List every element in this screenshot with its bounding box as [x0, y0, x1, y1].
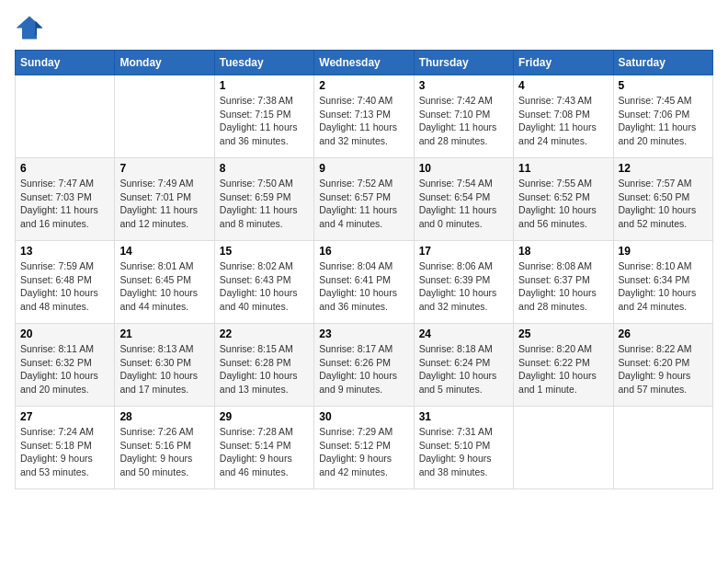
day-number: 13 — [20, 245, 109, 258]
day-content: Sunrise: 7:40 AM Sunset: 7:13 PM Dayligh… — [319, 94, 408, 148]
day-content: Sunrise: 7:38 AM Sunset: 7:15 PM Dayligh… — [220, 94, 309, 148]
calendar-cell: 9Sunrise: 7:52 AM Sunset: 6:57 PM Daylig… — [314, 158, 414, 241]
calendar-cell: 19Sunrise: 8:10 AM Sunset: 6:34 PM Dayli… — [613, 241, 712, 324]
day-content: Sunrise: 7:57 AM Sunset: 6:50 PM Dayligh… — [619, 177, 708, 231]
day-content: Sunrise: 8:20 AM Sunset: 6:22 PM Dayligh… — [518, 342, 608, 396]
day-content: Sunrise: 8:08 AM Sunset: 6:37 PM Dayligh… — [518, 259, 608, 314]
days-header-row: SundayMondayTuesdayWednesdayThursdayFrid… — [16, 51, 713, 75]
day-content: Sunrise: 8:01 AM Sunset: 6:45 PM Dayligh… — [119, 259, 209, 314]
day-content: Sunrise: 8:06 AM Sunset: 6:39 PM Dayligh… — [419, 259, 508, 314]
day-content: Sunrise: 7:24 AM Sunset: 5:18 PM Dayligh… — [20, 425, 109, 479]
day-number: 5 — [619, 79, 708, 92]
day-number: 19 — [619, 245, 708, 258]
day-header-saturday: Saturday — [613, 51, 712, 75]
day-content: Sunrise: 8:18 AM Sunset: 6:24 PM Dayligh… — [419, 342, 508, 396]
calendar-week-3: 13Sunrise: 7:59 AM Sunset: 6:48 PM Dayli… — [16, 241, 713, 324]
calendar-week-5: 27Sunrise: 7:24 AM Sunset: 5:18 PM Dayli… — [16, 407, 713, 489]
day-content: Sunrise: 8:11 AM Sunset: 6:32 PM Dayligh… — [20, 342, 109, 396]
calendar-cell: 14Sunrise: 8:01 AM Sunset: 6:45 PM Dayli… — [115, 241, 214, 324]
day-content: Sunrise: 8:22 AM Sunset: 6:20 PM Dayligh… — [619, 342, 708, 396]
day-content: Sunrise: 7:28 AM Sunset: 5:14 PM Dayligh… — [220, 425, 309, 479]
calendar-cell: 31Sunrise: 7:31 AM Sunset: 5:10 PM Dayli… — [414, 407, 513, 489]
calendar-cell: 22Sunrise: 8:15 AM Sunset: 6:28 PM Dayli… — [214, 324, 313, 407]
day-number: 24 — [419, 327, 508, 340]
day-number: 2 — [319, 79, 408, 92]
day-content: Sunrise: 7:50 AM Sunset: 6:59 PM Dayligh… — [220, 177, 309, 231]
day-number: 15 — [220, 245, 309, 258]
day-content: Sunrise: 8:04 AM Sunset: 6:41 PM Dayligh… — [319, 259, 408, 314]
day-content: Sunrise: 7:55 AM Sunset: 6:52 PM Dayligh… — [518, 177, 608, 231]
logo — [15, 15, 46, 40]
calendar-cell: 7Sunrise: 7:49 AM Sunset: 7:01 PM Daylig… — [115, 158, 214, 241]
day-number: 14 — [119, 245, 209, 258]
calendar-cell: 30Sunrise: 7:29 AM Sunset: 5:12 PM Dayli… — [314, 407, 414, 489]
day-number: 12 — [619, 162, 708, 175]
day-number: 11 — [518, 162, 608, 175]
day-number: 20 — [20, 327, 109, 340]
calendar-cell: 24Sunrise: 8:18 AM Sunset: 6:24 PM Dayli… — [414, 324, 513, 407]
calendar-cell: 18Sunrise: 8:08 AM Sunset: 6:37 PM Dayli… — [514, 241, 613, 324]
calendar-cell: 15Sunrise: 8:02 AM Sunset: 6:43 PM Dayli… — [214, 241, 313, 324]
day-content: Sunrise: 7:59 AM Sunset: 6:48 PM Dayligh… — [20, 259, 109, 314]
calendar-cell: 17Sunrise: 8:06 AM Sunset: 6:39 PM Dayli… — [414, 241, 513, 324]
day-content: Sunrise: 7:43 AM Sunset: 7:08 PM Dayligh… — [518, 94, 608, 148]
logo-icon — [15, 15, 44, 40]
day-number: 9 — [319, 162, 408, 175]
day-number: 31 — [419, 410, 508, 423]
day-header-thursday: Thursday — [414, 51, 513, 75]
calendar-cell: 6Sunrise: 7:47 AM Sunset: 7:03 PM Daylig… — [16, 158, 115, 241]
calendar-cell — [514, 407, 613, 489]
calendar-cell: 16Sunrise: 8:04 AM Sunset: 6:41 PM Dayli… — [314, 241, 414, 324]
day-number: 21 — [119, 327, 209, 340]
page-header — [15, 15, 713, 40]
calendar-cell: 8Sunrise: 7:50 AM Sunset: 6:59 PM Daylig… — [214, 158, 313, 241]
day-number: 28 — [119, 410, 209, 423]
day-number: 30 — [319, 410, 408, 423]
calendar-cell: 3Sunrise: 7:42 AM Sunset: 7:10 PM Daylig… — [414, 75, 513, 158]
day-number: 16 — [319, 245, 408, 258]
day-content: Sunrise: 8:02 AM Sunset: 6:43 PM Dayligh… — [220, 259, 309, 314]
calendar-cell: 28Sunrise: 7:26 AM Sunset: 5:16 PM Dayli… — [115, 407, 214, 489]
calendar-cell: 13Sunrise: 7:59 AM Sunset: 6:48 PM Dayli… — [16, 241, 115, 324]
calendar-week-1: 1Sunrise: 7:38 AM Sunset: 7:15 PM Daylig… — [16, 75, 713, 158]
day-content: Sunrise: 7:54 AM Sunset: 6:54 PM Dayligh… — [419, 177, 508, 231]
day-number: 4 — [518, 79, 608, 92]
day-number: 6 — [20, 162, 109, 175]
day-number: 7 — [119, 162, 209, 175]
day-content: Sunrise: 7:42 AM Sunset: 7:10 PM Dayligh… — [419, 94, 508, 148]
calendar-cell: 26Sunrise: 8:22 AM Sunset: 6:20 PM Dayli… — [613, 324, 712, 407]
day-header-tuesday: Tuesday — [214, 51, 313, 75]
day-number: 8 — [220, 162, 309, 175]
day-content: Sunrise: 7:29 AM Sunset: 5:12 PM Dayligh… — [319, 425, 408, 479]
calendar-table: SundayMondayTuesdayWednesdayThursdayFrid… — [15, 50, 713, 489]
calendar-cell — [115, 75, 214, 158]
calendar-cell: 1Sunrise: 7:38 AM Sunset: 7:15 PM Daylig… — [214, 75, 313, 158]
day-content: Sunrise: 7:26 AM Sunset: 5:16 PM Dayligh… — [119, 425, 209, 479]
calendar-cell: 11Sunrise: 7:55 AM Sunset: 6:52 PM Dayli… — [514, 158, 613, 241]
calendar-cell — [613, 407, 712, 489]
day-number: 23 — [319, 327, 408, 340]
day-number: 27 — [20, 410, 109, 423]
calendar-cell: 12Sunrise: 7:57 AM Sunset: 6:50 PM Dayli… — [613, 158, 712, 241]
day-number: 1 — [220, 79, 309, 92]
day-header-sunday: Sunday — [16, 51, 115, 75]
calendar-week-4: 20Sunrise: 8:11 AM Sunset: 6:32 PM Dayli… — [16, 324, 713, 407]
day-number: 29 — [220, 410, 309, 423]
calendar-cell: 10Sunrise: 7:54 AM Sunset: 6:54 PM Dayli… — [414, 158, 513, 241]
day-number: 3 — [419, 79, 508, 92]
day-content: Sunrise: 8:10 AM Sunset: 6:34 PM Dayligh… — [619, 259, 708, 314]
calendar-cell: 5Sunrise: 7:45 AM Sunset: 7:06 PM Daylig… — [613, 75, 712, 158]
day-content: Sunrise: 7:49 AM Sunset: 7:01 PM Dayligh… — [119, 177, 209, 231]
calendar-cell: 27Sunrise: 7:24 AM Sunset: 5:18 PM Dayli… — [16, 407, 115, 489]
calendar-cell: 4Sunrise: 7:43 AM Sunset: 7:08 PM Daylig… — [514, 75, 613, 158]
day-number: 26 — [619, 327, 708, 340]
day-number: 25 — [518, 327, 608, 340]
day-header-friday: Friday — [514, 51, 613, 75]
day-content: Sunrise: 8:17 AM Sunset: 6:26 PM Dayligh… — [319, 342, 408, 396]
day-header-monday: Monday — [115, 51, 214, 75]
day-number: 17 — [419, 245, 508, 258]
calendar-cell: 21Sunrise: 8:13 AM Sunset: 6:30 PM Dayli… — [115, 324, 214, 407]
calendar-cell: 20Sunrise: 8:11 AM Sunset: 6:32 PM Dayli… — [16, 324, 115, 407]
day-number: 18 — [518, 245, 608, 258]
calendar-week-2: 6Sunrise: 7:47 AM Sunset: 7:03 PM Daylig… — [16, 158, 713, 241]
